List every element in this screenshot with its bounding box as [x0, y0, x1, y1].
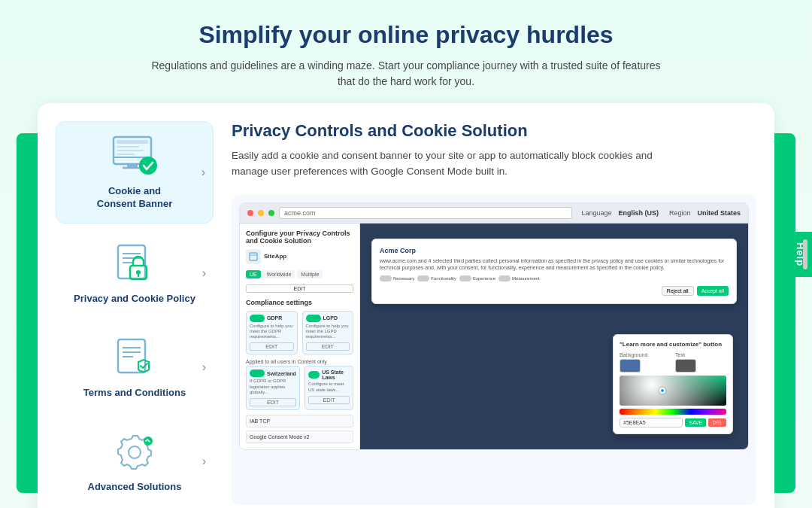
us-edit-btn[interactable]: EDIT — [308, 396, 350, 404]
swiss-us-row: Switzerland If GDPR or GDPR legislation … — [246, 366, 353, 410]
sidebar-item-cookie-consent[interactable]: Cookie andConsent Banner › — [56, 121, 214, 224]
hex-input[interactable] — [620, 418, 683, 427]
page-wrapper: Simplify your online privacy hurdles Reg… — [0, 0, 812, 508]
us-box: US State Laws Configure to meet US state… — [304, 366, 353, 410]
mock-color-picker: "Learn more and customize" button Backgr… — [613, 334, 733, 434]
functionality-pill[interactable] — [417, 275, 429, 281]
header: Simplify your online privacy hurdles Reg… — [0, 0, 812, 103]
necessary-label: Necessary — [393, 276, 414, 281]
cookie-icon — [108, 134, 161, 179]
svg-rect-22 — [250, 253, 257, 260]
us-toggle: US State Laws — [308, 370, 350, 380]
sidebar-item-label-cookie: Cookie andConsent Banner — [97, 185, 172, 211]
sidebar-item-privacy-policy[interactable]: Privacy and Cookie Policy › — [56, 230, 214, 318]
sidebar-item-advanced[interactable]: Advanced Solutions › — [56, 418, 214, 506]
measurement-label: Measurement — [512, 276, 540, 281]
tab-worldwide[interactable]: Worldwide — [263, 270, 295, 278]
language-label: Language — [581, 209, 611, 217]
save-color-btn[interactable]: SAVE — [685, 418, 706, 427]
lgpd-edit-btn[interactable]: EDIT — [306, 342, 350, 351]
lgpd-desc: Configure to help you meet the LGPD requ… — [306, 324, 350, 340]
text-swatch[interactable] — [675, 359, 696, 373]
sidebar-item-terms[interactable]: Terms and Conditions › — [56, 324, 214, 412]
svg-rect-6 — [117, 150, 144, 151]
us-label: US State Laws — [322, 370, 350, 380]
window-minimize-dot — [258, 210, 264, 216]
language-value: English (US) — [618, 209, 659, 217]
google-consent-label: Google Consent Mode v2 — [250, 434, 309, 440]
page-title: Simplify your online privacy hurdles — [30, 21, 782, 49]
advanced-icon — [108, 430, 161, 475]
mock-right-panel: Acme Corp www.acme.com and 4 selected th… — [360, 224, 748, 449]
us-desc: Configure to meet US state laws... — [308, 382, 350, 392]
functionality-toggle: Functionality — [417, 275, 456, 281]
region-value: United States — [697, 209, 741, 217]
sidebar-item-label-terms: Terms and Conditions — [83, 387, 186, 400]
chevron-icon-advanced: › — [202, 455, 206, 468]
reject-all-button[interactable]: Reject all — [662, 286, 694, 296]
svg-rect-4 — [117, 140, 148, 144]
swiss-label: Switzerland — [267, 371, 296, 376]
sidebar-item-label-privacy: Privacy and Cookie Policy — [74, 293, 195, 306]
measurement-pill[interactable] — [498, 275, 511, 281]
mock-content: Configure your Privacy Controls and Cook… — [240, 224, 748, 449]
experience-pill[interactable] — [459, 275, 471, 281]
swiss-edit-btn[interactable]: EDIT — [250, 398, 296, 406]
sidebar: Cookie andConsent Banner › — [56, 121, 214, 505]
mock-browser-bar: acme.com Language English (US) Region Un… — [240, 203, 748, 224]
site-tabs: UE Worldwide Multiple — [246, 270, 353, 278]
applied-label: Applied to all users in Content only — [246, 359, 353, 364]
gdpr-box: GDPR Configure to help you meet the GDPR… — [246, 311, 298, 355]
mock-consent-title: Acme Corp — [380, 247, 729, 254]
color-hue-slider[interactable] — [620, 409, 726, 415]
svg-point-8 — [139, 157, 157, 175]
page-subtitle: Regulations and guidelines are a winding… — [143, 58, 669, 90]
svg-point-20 — [129, 446, 141, 458]
gdpr-lgpd-row: GDPR Configure to help you meet the GDPR… — [246, 311, 353, 355]
lgpd-box: LGPD Configure to help you meet the LGPD… — [302, 311, 354, 355]
swiss-box: Switzerland If GDPR or GDPR legislation … — [246, 366, 300, 410]
content-title: Privacy Controls and Cookie Solution — [232, 121, 756, 141]
swiss-toggle-pill[interactable] — [250, 370, 265, 377]
svg-point-14 — [136, 270, 141, 275]
gdpr-desc: Configure to help you meet the GDPR requ… — [250, 324, 294, 340]
chevron-icon-terms: › — [202, 360, 206, 374]
main-card: Cookie andConsent Banner › — [38, 103, 774, 508]
edit-btn[interactable]: EDIT — [246, 284, 353, 293]
mock-consent-text: www.acme.com and 4 selected third partie… — [380, 257, 729, 271]
help-button[interactable]: Help — [789, 231, 812, 276]
color-picker-title: "Learn more and customize" button — [620, 341, 726, 348]
lgpd-toggle-pill[interactable] — [306, 315, 321, 322]
necessary-pill[interactable] — [380, 275, 392, 281]
text-label: Text — [675, 352, 726, 357]
site-name: SiteApp — [264, 253, 286, 260]
svg-rect-7 — [117, 154, 135, 155]
mock-address-bar: acme.com — [279, 207, 572, 219]
chevron-icon-privacy: › — [202, 266, 206, 280]
site-row: SiteApp — [246, 249, 353, 264]
necessary-toggle: Necessary — [380, 275, 414, 281]
iab-label: IAB TCP — [250, 418, 270, 424]
delete-color-btn[interactable]: DEL — [708, 418, 726, 427]
google-consent-box: Google Consent Mode v2 — [246, 430, 353, 443]
compliance-title: Compliance settings — [246, 299, 353, 306]
measurement-toggle: Measurement — [498, 275, 540, 281]
content-description: Easily add a cookie and consent banner t… — [232, 148, 653, 180]
functionality-label: Functionality — [431, 276, 456, 281]
background-color-section: Background — [620, 352, 671, 373]
us-toggle-pill[interactable] — [308, 371, 320, 379]
window-close-dot — [247, 210, 253, 216]
sidebar-item-label-advanced: Advanced Solutions — [88, 481, 182, 494]
hex-row: SAVE DEL — [620, 418, 726, 427]
accept-all-button[interactable]: Accept all — [697, 286, 729, 296]
tab-ue[interactable]: UE — [246, 270, 261, 278]
color-picker-swatches: Background Text — [620, 352, 726, 373]
experience-toggle: Experience — [459, 275, 495, 281]
gdpr-label: GDPR — [267, 315, 282, 321]
gdpr-toggle-pill[interactable] — [250, 315, 265, 322]
svg-rect-5 — [117, 146, 139, 148]
tab-multiple[interactable]: Multiple — [297, 270, 323, 278]
background-swatch[interactable] — [620, 359, 641, 373]
color-spectrum[interactable] — [620, 376, 726, 406]
gdpr-edit-btn[interactable]: EDIT — [250, 342, 294, 351]
